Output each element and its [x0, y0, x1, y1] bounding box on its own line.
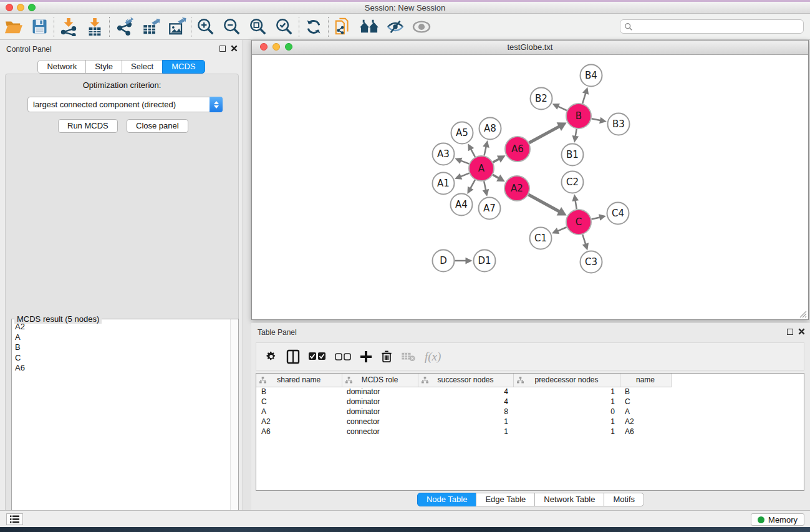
- table-cell[interactable]: dominator: [342, 407, 418, 417]
- memory-button[interactable]: Memory: [751, 513, 804, 526]
- network-edge-A-A3[interactable]: [460, 160, 470, 164]
- table-cell[interactable]: B: [620, 387, 671, 397]
- minimize-network-icon[interactable]: [272, 43, 280, 51]
- refresh-icon[interactable]: [301, 16, 327, 38]
- network-edge-C-C4[interactable]: [591, 217, 600, 219]
- network-edge-A-A5[interactable]: [471, 148, 475, 157]
- close-network-icon[interactable]: [260, 43, 268, 51]
- table-cell[interactable]: C: [620, 397, 671, 407]
- maximize-network-icon[interactable]: [285, 43, 292, 51]
- network-edge-B-B3[interactable]: [592, 118, 601, 120]
- table-row[interactable]: A2connector11A2: [256, 417, 671, 427]
- float-table-panel-icon[interactable]: [787, 329, 793, 335]
- import-table-icon[interactable]: [82, 16, 108, 38]
- select-all-checkboxes-icon[interactable]: [309, 347, 326, 366]
- network-edge-A-A1[interactable]: [460, 173, 470, 177]
- search-field[interactable]: [620, 19, 804, 34]
- column-header-successor-nodes[interactable]: successor nodes: [418, 374, 513, 387]
- network-edge-B-B4[interactable]: [582, 92, 586, 104]
- function-builder-icon[interactable]: f(x): [425, 350, 441, 364]
- column-header-shared-name[interactable]: shared name: [256, 374, 342, 387]
- node-table[interactable]: shared nameMCDS rolesuccessor nodesprede…: [256, 374, 672, 437]
- column-header-predecessor-nodes[interactable]: predecessor nodes: [513, 374, 620, 387]
- network-edge-B-B2[interactable]: [557, 106, 567, 110]
- network-window-titlebar[interactable]: testGlobe.txt: [252, 41, 808, 55]
- close-panel-button[interactable]: Close panel: [127, 119, 188, 133]
- maximize-window-icon[interactable]: [28, 4, 36, 11]
- network-edge-A-A4[interactable]: [470, 180, 475, 189]
- result-item[interactable]: A: [12, 332, 229, 343]
- network-edge-A-A8[interactable]: [484, 146, 486, 156]
- delete-columns-icon[interactable]: [381, 347, 392, 366]
- open-folder-icon[interactable]: [0, 16, 26, 38]
- tab-select[interactable]: Select: [122, 60, 163, 74]
- export-image-icon[interactable]: [163, 16, 190, 38]
- show-column-icon[interactable]: [286, 347, 300, 366]
- zoom-out-icon[interactable]: [219, 16, 245, 38]
- table-cell[interactable]: dominator: [342, 387, 418, 397]
- task-history-button[interactable]: [6, 513, 23, 525]
- table-row[interactable]: Adominator80A: [256, 407, 671, 417]
- network-edge-A2-C[interactable]: [528, 195, 560, 212]
- result-item[interactable]: A6: [12, 363, 229, 374]
- table-cell[interactable]: 1: [418, 427, 513, 437]
- result-item[interactable]: C: [12, 353, 229, 364]
- table-cell[interactable]: C: [256, 397, 342, 407]
- table-cell[interactable]: A2: [620, 417, 671, 427]
- result-item[interactable]: A2: [12, 322, 229, 332]
- unselect-all-checkboxes-icon[interactable]: [335, 347, 351, 366]
- table-cell[interactable]: 1: [513, 417, 620, 427]
- show-panel-eye-icon[interactable]: [408, 16, 435, 38]
- table-tab-network-table[interactable]: Network Table: [534, 493, 604, 506]
- export-network-icon[interactable]: [111, 16, 137, 38]
- save-icon[interactable]: [26, 16, 52, 38]
- import-network-icon[interactable]: [55, 16, 82, 38]
- network-edge-C-C1[interactable]: [557, 227, 566, 231]
- result-scrollbar[interactable]: [230, 319, 238, 531]
- column-header-name[interactable]: name: [620, 374, 671, 387]
- tab-style[interactable]: Style: [85, 60, 122, 74]
- network-edge-C-C3[interactable]: [582, 235, 586, 245]
- table-cell[interactable]: connector: [342, 417, 418, 427]
- result-item[interactable]: B: [12, 342, 229, 353]
- network-edge-C-C2[interactable]: [575, 200, 576, 209]
- network-edge-A6-B[interactable]: [529, 126, 560, 143]
- close-table-panel-icon[interactable]: [798, 328, 805, 335]
- minimize-window-icon[interactable]: [17, 4, 24, 11]
- table-cell[interactable]: 4: [418, 387, 513, 397]
- zoom-selected-icon[interactable]: [271, 16, 297, 38]
- optimization-dropdown[interactable]: largest connected component (directed): [27, 97, 223, 112]
- table-tab-motifs[interactable]: Motifs: [604, 493, 644, 506]
- table-cell[interactable]: 4: [418, 397, 513, 407]
- close-window-icon[interactable]: [6, 4, 13, 11]
- table-cell[interactable]: 1: [418, 417, 513, 427]
- mcds-result-list[interactable]: A2ABCA6: [12, 322, 229, 531]
- resize-grip-icon[interactable]: [798, 309, 807, 318]
- clone-network-icon[interactable]: [330, 16, 356, 38]
- table-cell[interactable]: A: [256, 407, 342, 417]
- table-cell[interactable]: 0: [513, 407, 620, 417]
- hide-panel-eye-icon[interactable]: [382, 16, 408, 38]
- add-column-icon[interactable]: [360, 347, 372, 366]
- table-tab-edge-table[interactable]: Edge Table: [476, 493, 535, 506]
- network-edge-A-A7[interactable]: [484, 181, 486, 191]
- network-canvas[interactable]: B4B2BB3A5A8A6A3B1AA1C2A2A4A7CC4C1C3DD1: [253, 55, 808, 319]
- close-panel-icon[interactable]: [231, 45, 238, 52]
- table-tab-node-table[interactable]: Node Table: [417, 493, 477, 506]
- table-row[interactable]: Bdominator41B: [256, 387, 671, 397]
- table-cell[interactable]: connector: [342, 427, 418, 437]
- table-cell[interactable]: A6: [620, 427, 671, 437]
- table-cell[interactable]: A2: [256, 417, 342, 427]
- table-row[interactable]: A6connector11A6: [256, 427, 671, 437]
- search-input[interactable]: [633, 21, 803, 32]
- float-panel-icon[interactable]: [219, 46, 226, 52]
- settings-gear-icon[interactable]: [265, 347, 277, 366]
- run-mcds-button[interactable]: Run MCDS: [58, 119, 118, 133]
- zoom-in-icon[interactable]: [193, 16, 219, 38]
- tab-mcds[interactable]: MCDS: [162, 60, 205, 74]
- table-cell[interactable]: 1: [513, 397, 620, 407]
- zoom-fit-icon[interactable]: [245, 16, 271, 38]
- tab-network[interactable]: Network: [37, 60, 86, 74]
- table-cell[interactable]: A: [620, 407, 671, 417]
- table-cell[interactable]: B: [256, 387, 342, 397]
